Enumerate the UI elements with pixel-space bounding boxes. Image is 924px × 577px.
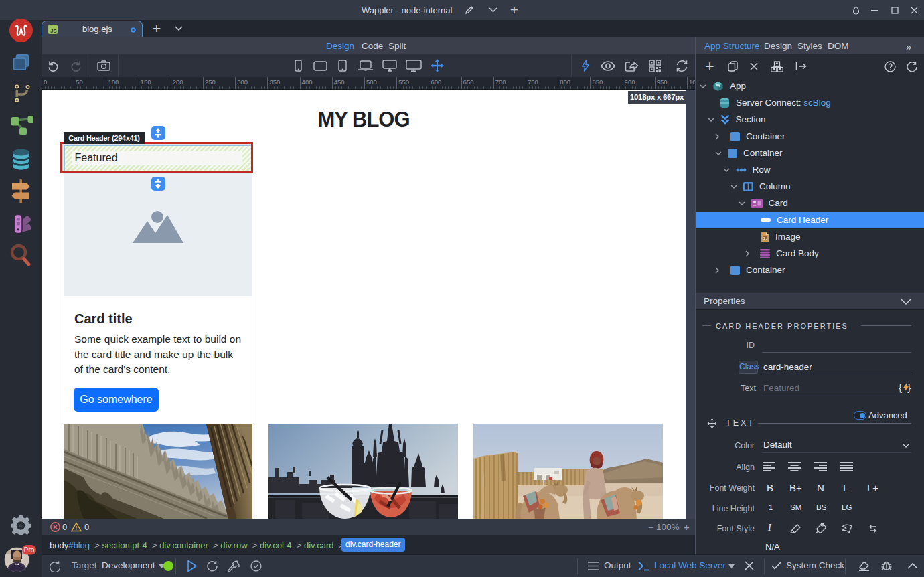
svg-text:Pro: Pro bbox=[24, 546, 35, 554]
svg-text:JS: JS bbox=[50, 28, 56, 34]
